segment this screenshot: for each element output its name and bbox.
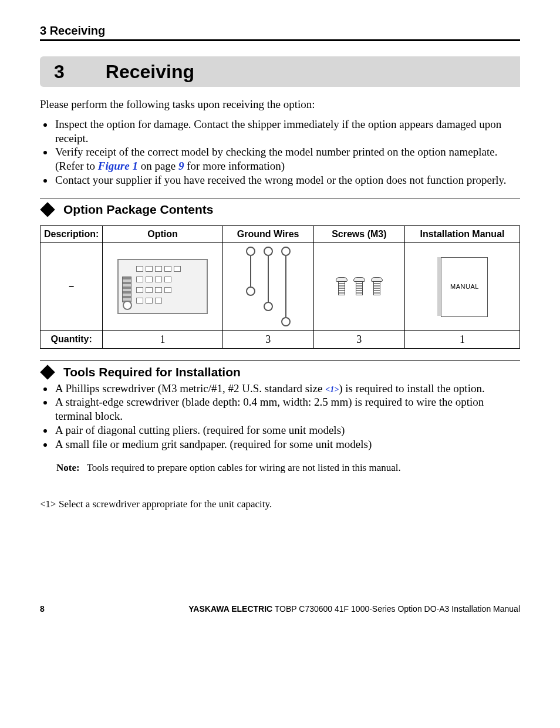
- list-item: Inspect the option for damage. Contact t…: [54, 117, 520, 146]
- th-option: Option: [103, 225, 222, 242]
- note-text: Tools required to prepare option cables …: [87, 462, 401, 473]
- chapter-title: Receiving: [106, 60, 194, 83]
- qty-option: 1: [103, 330, 222, 349]
- list-item: Verify receipt of the correct model by c…: [54, 145, 520, 173]
- qty-screws: 3: [313, 330, 404, 349]
- manual-label: MANUAL: [450, 283, 479, 291]
- list-item: A Phillips screwdriver (M3 metric/#1, #2…: [54, 382, 520, 396]
- footer-company: YASKAWA ELECTRIC: [188, 604, 272, 614]
- intro-text: Please perform the following tasks upon …: [40, 97, 520, 112]
- diamond-icon: [40, 202, 55, 217]
- footnote-ref: <1>: [325, 385, 339, 394]
- section-heading: Option Package Contents: [40, 202, 520, 217]
- page-link[interactable]: 9: [178, 160, 184, 172]
- table-image-row: –: [41, 242, 520, 330]
- tools-bullets: A Phillips screwdriver (M3 metric/#1, #2…: [54, 382, 520, 451]
- th-manual: Installation Manual: [404, 225, 519, 242]
- cell-screws-image: [313, 242, 404, 330]
- ground-wires-icon: [227, 247, 310, 326]
- section-title: Tools Required for Installation: [63, 365, 241, 380]
- page-header: 3 Receiving: [40, 23, 520, 41]
- footnote: <1> Select a screwdriver appropriate for…: [40, 498, 520, 510]
- list-item: A straight-edge screwdriver (blade depth…: [54, 395, 520, 423]
- screws-icon: [318, 277, 401, 295]
- section-option-package: Option Package Contents Description: Opt…: [40, 198, 520, 349]
- qty-label: Quantity:: [41, 330, 103, 349]
- manual-book-icon: MANUAL: [437, 257, 487, 316]
- section-heading: Tools Required for Installation: [40, 365, 520, 380]
- section-tools: Tools Required for Installation A Philli…: [40, 360, 520, 474]
- cell-ground-wires-image: [222, 242, 313, 330]
- page-footer: 8 YASKAWA ELECTRIC TOBP C730600 41F 1000…: [40, 604, 520, 615]
- diamond-icon: [40, 365, 55, 380]
- th-description: Description:: [41, 225, 103, 242]
- list-item: A small file or medium grit sandpaper. (…: [54, 437, 520, 451]
- chapter-number: 3: [54, 60, 65, 83]
- qty-ground-wires: 3: [222, 330, 313, 349]
- page-number: 8: [40, 604, 45, 615]
- th-ground-wires: Ground Wires: [222, 225, 313, 242]
- figure-link[interactable]: Figure 1: [98, 160, 138, 172]
- table-header-row: Description: Option Ground Wires Screws …: [41, 225, 520, 242]
- section-title: Option Package Contents: [63, 202, 214, 217]
- option-card-icon: [117, 259, 208, 314]
- list-item: A pair of diagonal cutting pliers. (requ…: [54, 423, 520, 437]
- footer-doc: YASKAWA ELECTRIC TOBP C730600 41F 1000-S…: [188, 604, 520, 615]
- cell-manual-image: MANUAL: [404, 242, 519, 330]
- row-dash: –: [41, 242, 103, 330]
- cell-option-image: [103, 242, 222, 330]
- chapter-bar: 3 Receiving: [40, 56, 520, 87]
- table-quantity-row: Quantity: 1 3 3 1: [41, 330, 520, 349]
- page-header-text: 3 Receiving: [40, 24, 105, 37]
- receiving-bullets: Inspect the option for damage. Contact t…: [54, 117, 520, 187]
- note-label: Note:: [56, 462, 80, 473]
- list-item: Contact your supplier if you have receiv…: [54, 173, 520, 187]
- note-line: Note:Tools required to prepare option ca…: [56, 461, 520, 474]
- footer-title: TOBP C730600 41F 1000-Series Option DO-A…: [272, 604, 520, 614]
- qty-manual: 1: [404, 330, 519, 349]
- package-contents-table: Description: Option Ground Wires Screws …: [40, 225, 520, 349]
- th-screws: Screws (M3): [313, 225, 404, 242]
